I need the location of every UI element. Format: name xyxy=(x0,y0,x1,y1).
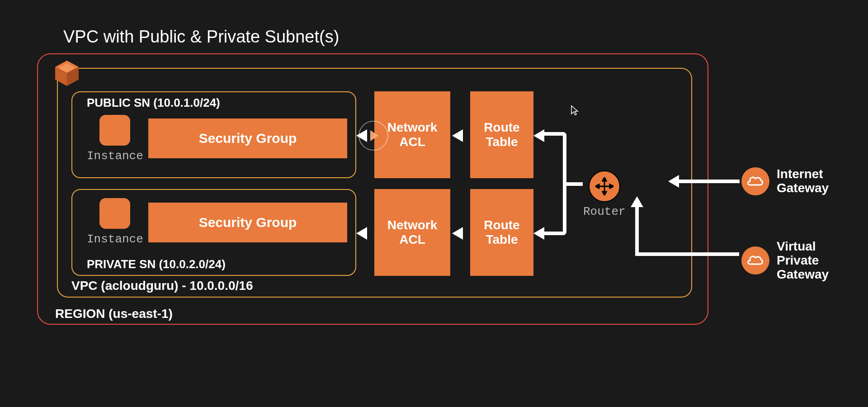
virtual-private-gateway: VirtualPrivateGateway xyxy=(741,240,829,281)
public-route-table: Route Table xyxy=(470,91,533,178)
private-subnet-container: Instance Security Group PRIVATE SN (10.0… xyxy=(71,189,356,276)
igw-label: InternetGateway xyxy=(777,167,829,195)
connector-line xyxy=(635,206,639,256)
arrow-up-icon xyxy=(631,196,643,207)
private-instance-label: Instance xyxy=(87,232,143,246)
ec2-instance-icon xyxy=(99,198,130,229)
public-instance-label: Instance xyxy=(87,149,143,163)
private-instance: Instance xyxy=(87,198,143,246)
region-container: REGION (us-east-1) VPC (acloudguru) - 10… xyxy=(37,53,708,325)
connector-line xyxy=(635,252,739,256)
vpg-label: VirtualPrivateGateway xyxy=(777,240,829,281)
svg-marker-7 xyxy=(603,192,606,195)
arrow-icon xyxy=(533,227,544,240)
internet-gateway: InternetGateway xyxy=(741,167,829,195)
router-label: Router xyxy=(583,205,626,218)
arrow-icon xyxy=(533,129,544,142)
router-arrows-icon xyxy=(589,170,620,202)
connector-line xyxy=(566,182,583,186)
connector-line xyxy=(677,180,740,183)
arrow-icon xyxy=(452,129,463,142)
vpc-cube-icon xyxy=(52,59,81,88)
private-network-acl: Network ACL xyxy=(374,189,450,276)
svg-marker-8 xyxy=(595,185,599,188)
play-overlay-icon xyxy=(359,121,388,151)
arrow-icon xyxy=(452,227,463,240)
public-security-group: Security Group xyxy=(148,118,347,158)
svg-marker-9 xyxy=(610,185,613,188)
private-security-group: Security Group xyxy=(148,203,347,242)
merge-bracket xyxy=(539,132,566,235)
cloud-icon xyxy=(741,167,769,195)
arrow-icon xyxy=(668,175,679,188)
region-label: REGION (us-east-1) xyxy=(55,307,173,321)
public-instance: Instance xyxy=(87,115,143,163)
ec2-instance-icon xyxy=(99,115,130,146)
cursor-icon xyxy=(571,105,579,118)
private-route-table: Route Table xyxy=(470,189,533,276)
diagram-title: VPC with Public & Private Subnet(s) xyxy=(63,27,339,47)
router: Router xyxy=(583,170,626,218)
public-subnet-container: PUBLIC SN (10.0.1.0/24) Instance Securit… xyxy=(71,91,356,178)
svg-marker-6 xyxy=(603,177,606,181)
vpc-container: VPC (acloudguru) - 10.0.0.0/16 PUBLIC SN… xyxy=(57,68,692,298)
private-subnet-label: PRIVATE SN (10.0.2.0/24) xyxy=(87,257,226,271)
cloud-icon xyxy=(741,246,769,274)
vpc-label: VPC (acloudguru) - 10.0.0.0/16 xyxy=(71,279,253,293)
public-subnet-label: PUBLIC SN (10.0.1.0/24) xyxy=(87,96,220,110)
arrow-icon xyxy=(356,227,367,240)
